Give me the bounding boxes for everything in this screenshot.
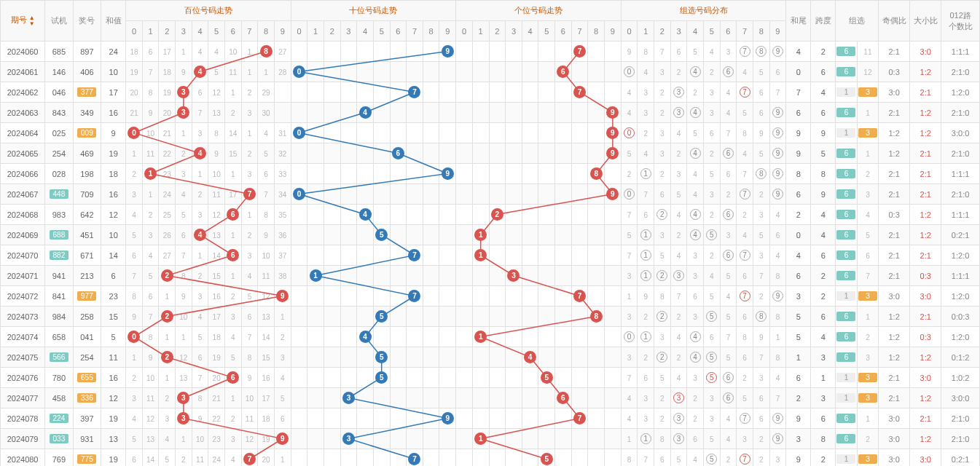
digit-header: 8 [258, 21, 275, 42]
oe-cell: 0:3 [879, 62, 910, 82]
trend-cell [291, 327, 307, 347]
trend-cell [604, 225, 621, 245]
trend-cell [291, 307, 307, 327]
group-n-cell: 3 [857, 449, 878, 467]
oe-cell: 3:0 [879, 82, 910, 103]
trend-cell: 3 [224, 429, 241, 449]
trend-cell [538, 266, 555, 286]
digit-header: 0 [621, 21, 638, 42]
trend-cell: 31 [274, 123, 291, 143]
combo-cell: 9 [753, 327, 769, 347]
combo-cell: 7 [737, 164, 753, 184]
trend-cell: 1 [142, 164, 159, 184]
combo-cell: 5 [753, 143, 769, 164]
combo-cell: 5 [687, 42, 704, 62]
trend-cell [489, 62, 506, 82]
combo-cell: 9 [769, 143, 786, 164]
combo-cell: 4 [769, 205, 786, 225]
combo-cell: 3 [703, 103, 720, 123]
sum-cell: 5 [101, 327, 126, 347]
prize-cell: 775 [73, 449, 101, 467]
digit-header: 6 [224, 21, 241, 42]
digit-header: 9 [604, 21, 621, 42]
trend-cell [373, 123, 390, 143]
bs-cell: 0:3 [910, 266, 941, 286]
sum-cell: 12 [101, 388, 126, 408]
table-row: 2024070882671146427711463103771715432673… [1, 245, 980, 266]
trend-cell: 5 [373, 225, 390, 245]
trend-cell: 1 [241, 123, 258, 143]
trend-cell [390, 368, 407, 388]
trend-cell [439, 327, 456, 347]
trend-cell: 7 [241, 449, 258, 467]
col-period[interactable]: 期号 ▲▼ [1, 1, 45, 42]
prize-cell: 254 [73, 347, 101, 368]
combo-cell: 6 [670, 42, 687, 62]
table-row: 2024068983642124225531261835427624426234… [1, 205, 980, 225]
trend-cell [472, 307, 489, 327]
trend-cell [555, 184, 572, 205]
trend-cell [357, 307, 374, 327]
combo-cell: 1 [638, 266, 654, 286]
trend-cell: 9 [439, 42, 456, 62]
trend-cell [522, 408, 538, 429]
combo-cell: 9 [638, 286, 654, 307]
trend-cell [456, 347, 473, 368]
col-012: 012路个数比 [941, 1, 980, 42]
trend-cell: 7 [258, 184, 275, 205]
trend-cell: 16 [208, 286, 225, 307]
col-span: 跨度 [811, 1, 836, 42]
trend-cell [390, 347, 407, 368]
trend-cell [456, 184, 473, 205]
period-cell: 2024060 [1, 42, 45, 62]
prize-cell: 469 [73, 143, 101, 164]
table-body: 2024060685897241861714410182797987654378… [1, 42, 980, 467]
trend-cell: 1 [159, 327, 176, 347]
trend-cell [472, 449, 489, 467]
trend-cell [456, 205, 473, 225]
trend-cell [439, 184, 456, 205]
trend-cell [307, 368, 324, 388]
group-cell: 1 [836, 449, 857, 467]
period-cell: 2024076 [1, 368, 45, 388]
trend-cell: 8 [241, 347, 258, 368]
trend-cell [538, 164, 555, 184]
r012-cell: 2:1:0 [941, 62, 980, 82]
trend-cell: 20 [126, 82, 143, 103]
digit-header: 3 [176, 21, 192, 42]
trend-cell: 7 [142, 307, 159, 327]
trend-cell [506, 225, 522, 245]
trend-cell [555, 408, 572, 429]
trend-cell [291, 82, 307, 103]
sum-cell: 10 [101, 62, 126, 82]
trend-cell: 1 [224, 82, 241, 103]
trend-cell [522, 368, 538, 388]
trend-cell [390, 408, 407, 429]
trend-cell [571, 62, 588, 82]
group-n-cell: 2 [857, 327, 878, 347]
trend-cell [571, 347, 588, 368]
digit-header: 6 [390, 21, 407, 42]
trend-cell [555, 327, 572, 347]
tail-cell: 4 [786, 245, 811, 266]
combo-cell: 8 [654, 286, 671, 307]
combo-cell: 8 [621, 449, 638, 467]
combo-cell: 5 [753, 62, 769, 82]
trend-cell: 7 [241, 327, 258, 347]
trend-cell [307, 449, 324, 467]
period-cell: 2024067 [1, 184, 45, 205]
trend-cell [571, 449, 588, 467]
trend-cell [324, 123, 340, 143]
trend-cell [555, 143, 572, 164]
trend-cell: 7 [126, 266, 143, 286]
combo-cell: 4 [720, 286, 737, 307]
trend-cell [538, 245, 555, 266]
trend-cell [604, 429, 621, 449]
prize-cell: 897 [73, 42, 101, 62]
sum-cell: 16 [101, 103, 126, 123]
trend-cell [373, 184, 390, 205]
trend-cell: 10 [208, 164, 225, 184]
combo-cell: 7 [670, 286, 687, 307]
combo-cell: 2 [687, 388, 704, 408]
trend-cell [588, 123, 605, 143]
